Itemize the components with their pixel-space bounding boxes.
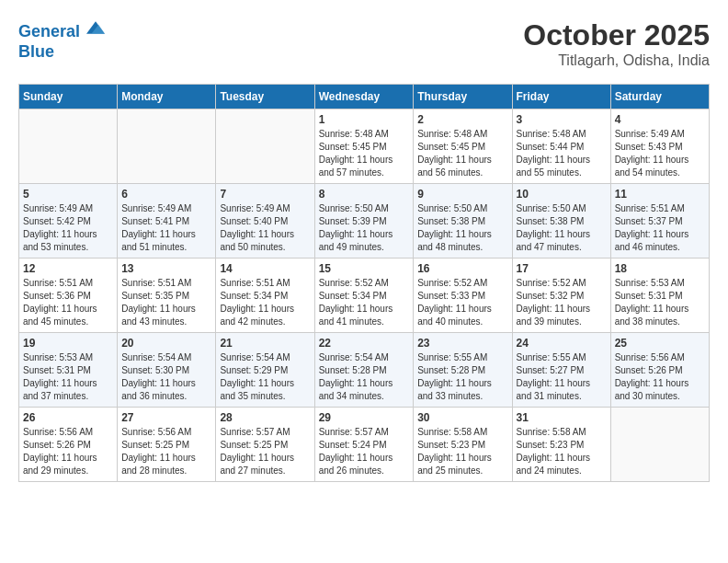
calendar-day-cell: 31Sunrise: 5:58 AM Sunset: 5:23 PM Dayli…: [512, 408, 610, 482]
day-number: 21: [220, 337, 310, 350]
day-info: Sunrise: 5:54 AM Sunset: 5:28 PM Dayligh…: [319, 351, 410, 403]
day-number: 14: [220, 262, 310, 275]
day-number: 19: [23, 337, 113, 350]
day-number: 28: [220, 411, 310, 424]
logo-icon: [86, 18, 105, 37]
day-number: 27: [121, 411, 211, 424]
calendar-day-cell: 4Sunrise: 5:49 AM Sunset: 5:43 PM Daylig…: [610, 109, 709, 184]
calendar-day-cell: 26Sunrise: 5:56 AM Sunset: 5:26 PM Dayli…: [19, 408, 118, 482]
day-number: 22: [319, 337, 410, 350]
calendar-day-cell: 24Sunrise: 5:55 AM Sunset: 5:27 PM Dayli…: [512, 333, 610, 408]
day-number: 1: [319, 113, 410, 126]
calendar-day-cell: [19, 109, 118, 184]
weekday-header-cell: Wednesday: [314, 85, 414, 109]
title-block: October 2025 Titlagarh, Odisha, India: [523, 18, 710, 69]
day-info: Sunrise: 5:52 AM Sunset: 5:32 PM Dayligh…: [517, 277, 607, 328]
day-info: Sunrise: 5:58 AM Sunset: 5:23 PM Dayligh…: [517, 426, 607, 477]
calendar-week-row: 26Sunrise: 5:56 AM Sunset: 5:26 PM Dayli…: [19, 408, 710, 482]
day-number: 17: [517, 262, 607, 275]
logo: General Blue: [18, 18, 105, 62]
calendar-day-cell: 23Sunrise: 5:55 AM Sunset: 5:28 PM Dayli…: [414, 333, 512, 408]
day-number: 23: [417, 337, 507, 350]
day-info: Sunrise: 5:57 AM Sunset: 5:25 PM Dayligh…: [220, 426, 310, 477]
day-number: 9: [417, 188, 507, 201]
calendar-day-cell: 29Sunrise: 5:57 AM Sunset: 5:24 PM Dayli…: [314, 408, 414, 482]
day-number: 2: [417, 113, 507, 126]
day-number: 26: [23, 411, 113, 424]
calendar-week-row: 19Sunrise: 5:53 AM Sunset: 5:31 PM Dayli…: [19, 333, 710, 408]
day-number: 24: [517, 337, 607, 350]
day-number: 12: [23, 262, 113, 275]
calendar-day-cell: [118, 109, 216, 184]
logo-general: General: [18, 22, 80, 40]
calendar-day-cell: 30Sunrise: 5:58 AM Sunset: 5:23 PM Dayli…: [414, 408, 512, 482]
calendar-body: 1Sunrise: 5:48 AM Sunset: 5:45 PM Daylig…: [19, 109, 710, 482]
day-number: 16: [417, 262, 507, 275]
calendar-day-cell: 27Sunrise: 5:56 AM Sunset: 5:25 PM Dayli…: [118, 408, 216, 482]
day-info: Sunrise: 5:55 AM Sunset: 5:28 PM Dayligh…: [417, 351, 507, 403]
calendar-day-cell: 14Sunrise: 5:51 AM Sunset: 5:34 PM Dayli…: [216, 259, 314, 333]
day-info: Sunrise: 5:56 AM Sunset: 5:26 PM Dayligh…: [615, 351, 705, 403]
day-number: 3: [517, 113, 607, 126]
day-number: 29: [319, 411, 410, 424]
calendar-day-cell: 10Sunrise: 5:50 AM Sunset: 5:38 PM Dayli…: [512, 184, 610, 259]
month-title: October 2025: [523, 18, 710, 52]
calendar-day-cell: 5Sunrise: 5:49 AM Sunset: 5:42 PM Daylig…: [19, 184, 118, 259]
calendar-day-cell: 22Sunrise: 5:54 AM Sunset: 5:28 PM Dayli…: [314, 333, 414, 408]
calendar-day-cell: 17Sunrise: 5:52 AM Sunset: 5:32 PM Dayli…: [512, 259, 610, 333]
calendar-day-cell: 7Sunrise: 5:49 AM Sunset: 5:40 PM Daylig…: [216, 184, 314, 259]
day-number: 15: [319, 262, 410, 275]
calendar-day-cell: [216, 109, 314, 184]
day-info: Sunrise: 5:52 AM Sunset: 5:33 PM Dayligh…: [417, 277, 507, 328]
day-info: Sunrise: 5:51 AM Sunset: 5:36 PM Dayligh…: [23, 277, 113, 328]
calendar-day-cell: 13Sunrise: 5:51 AM Sunset: 5:35 PM Dayli…: [118, 259, 216, 333]
weekday-header-cell: Friday: [512, 85, 610, 109]
day-info: Sunrise: 5:49 AM Sunset: 5:40 PM Dayligh…: [220, 202, 310, 254]
calendar-week-row: 12Sunrise: 5:51 AM Sunset: 5:36 PM Dayli…: [19, 259, 710, 333]
calendar-table: SundayMondayTuesdayWednesdayThursdayFrid…: [18, 84, 710, 482]
day-info: Sunrise: 5:54 AM Sunset: 5:30 PM Dayligh…: [121, 351, 211, 403]
day-info: Sunrise: 5:52 AM Sunset: 5:34 PM Dayligh…: [319, 277, 410, 328]
calendar-day-cell: 8Sunrise: 5:50 AM Sunset: 5:39 PM Daylig…: [314, 184, 414, 259]
day-info: Sunrise: 5:55 AM Sunset: 5:27 PM Dayligh…: [517, 351, 607, 403]
day-info: Sunrise: 5:51 AM Sunset: 5:34 PM Dayligh…: [220, 277, 310, 328]
day-info: Sunrise: 5:50 AM Sunset: 5:38 PM Dayligh…: [517, 202, 607, 254]
weekday-header-cell: Saturday: [610, 85, 709, 109]
logo-blue: Blue: [18, 42, 105, 63]
weekday-header-cell: Thursday: [414, 85, 512, 109]
day-info: Sunrise: 5:50 AM Sunset: 5:38 PM Dayligh…: [417, 202, 507, 254]
day-number: 8: [319, 188, 410, 201]
day-info: Sunrise: 5:48 AM Sunset: 5:44 PM Dayligh…: [517, 128, 607, 179]
calendar-day-cell: 20Sunrise: 5:54 AM Sunset: 5:30 PM Dayli…: [118, 333, 216, 408]
calendar-day-cell: 25Sunrise: 5:56 AM Sunset: 5:26 PM Dayli…: [610, 333, 709, 408]
page-header: General Blue October 2025 Titlagarh, Odi…: [18, 18, 710, 69]
day-info: Sunrise: 5:49 AM Sunset: 5:42 PM Dayligh…: [23, 202, 113, 254]
day-info: Sunrise: 5:48 AM Sunset: 5:45 PM Dayligh…: [417, 128, 507, 179]
day-info: Sunrise: 5:51 AM Sunset: 5:35 PM Dayligh…: [121, 277, 211, 328]
calendar-day-cell: 1Sunrise: 5:48 AM Sunset: 5:45 PM Daylig…: [314, 109, 414, 184]
calendar-day-cell: 21Sunrise: 5:54 AM Sunset: 5:29 PM Dayli…: [216, 333, 314, 408]
day-number: 30: [417, 411, 507, 424]
day-number: 20: [121, 337, 211, 350]
calendar-week-row: 1Sunrise: 5:48 AM Sunset: 5:45 PM Daylig…: [19, 109, 710, 184]
calendar-day-cell: 28Sunrise: 5:57 AM Sunset: 5:25 PM Dayli…: [216, 408, 314, 482]
day-info: Sunrise: 5:51 AM Sunset: 5:37 PM Dayligh…: [615, 202, 705, 254]
calendar-day-cell: 9Sunrise: 5:50 AM Sunset: 5:38 PM Daylig…: [414, 184, 512, 259]
day-number: 18: [615, 262, 705, 275]
logo-text: General: [18, 18, 105, 42]
weekday-header-cell: Tuesday: [216, 85, 314, 109]
calendar-day-cell: 15Sunrise: 5:52 AM Sunset: 5:34 PM Dayli…: [314, 259, 414, 333]
day-number: 13: [121, 262, 211, 275]
day-number: 5: [23, 188, 113, 201]
calendar-day-cell: 16Sunrise: 5:52 AM Sunset: 5:33 PM Dayli…: [414, 259, 512, 333]
calendar-day-cell: 19Sunrise: 5:53 AM Sunset: 5:31 PM Dayli…: [19, 333, 118, 408]
weekday-header-row: SundayMondayTuesdayWednesdayThursdayFrid…: [19, 85, 710, 109]
calendar-day-cell: [610, 408, 709, 482]
day-info: Sunrise: 5:56 AM Sunset: 5:25 PM Dayligh…: [121, 426, 211, 477]
day-info: Sunrise: 5:49 AM Sunset: 5:41 PM Dayligh…: [121, 202, 211, 254]
calendar-day-cell: 12Sunrise: 5:51 AM Sunset: 5:36 PM Dayli…: [19, 259, 118, 333]
weekday-header-cell: Sunday: [19, 85, 118, 109]
calendar-week-row: 5Sunrise: 5:49 AM Sunset: 5:42 PM Daylig…: [19, 184, 710, 259]
day-number: 31: [517, 411, 607, 424]
day-info: Sunrise: 5:49 AM Sunset: 5:43 PM Dayligh…: [615, 128, 705, 179]
